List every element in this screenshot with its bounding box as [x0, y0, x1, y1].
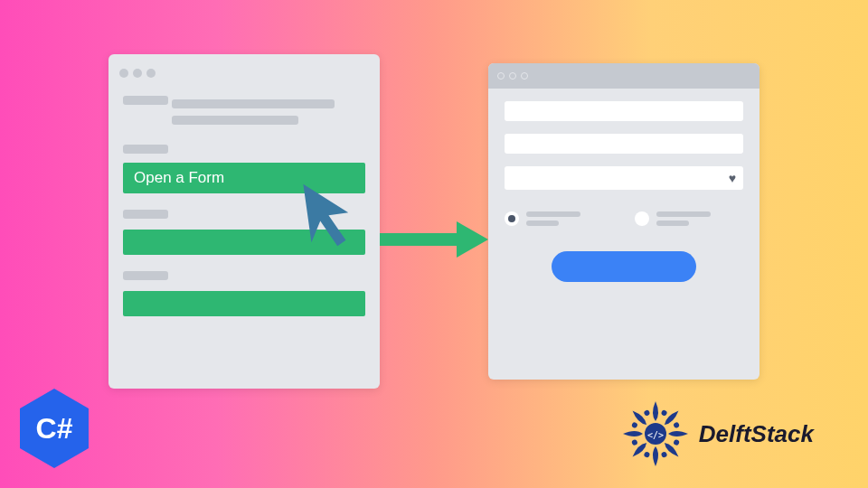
- svg-point-12: [643, 409, 650, 417]
- svg-point-9: [643, 451, 650, 458]
- menu-bar: [123, 291, 365, 316]
- control-icon: [521, 72, 528, 80]
- svg-point-5: [660, 409, 667, 417]
- dot-icon: [146, 69, 156, 78]
- svg-marker-1: [457, 221, 488, 258]
- svg-point-8: [660, 451, 667, 458]
- control-icon: [509, 72, 516, 80]
- label-line: [526, 221, 559, 226]
- cursor-icon: [298, 172, 362, 253]
- text-line: [123, 145, 168, 154]
- mandala-icon: </>: [619, 398, 692, 470]
- brand-name: DelftStack: [699, 420, 814, 448]
- svg-point-11: [631, 422, 638, 429]
- heart-icon: ♥: [729, 171, 736, 185]
- svg-text:</>: </>: [647, 430, 664, 440]
- dot-icon: [133, 69, 142, 78]
- svg-rect-0: [380, 233, 461, 246]
- csharp-badge: C#: [18, 387, 90, 470]
- text-input[interactable]: [505, 101, 743, 121]
- brand-logo: </>: [619, 398, 814, 470]
- text-line: [172, 99, 335, 108]
- text-line: [123, 210, 168, 219]
- text-line: [123, 271, 168, 280]
- window-titlebar: [488, 63, 760, 89]
- text-input[interactable]: [505, 134, 743, 154]
- submit-button[interactable]: [552, 251, 696, 282]
- label-line: [656, 221, 689, 226]
- control-icon: [497, 72, 505, 80]
- text-line: [123, 96, 168, 105]
- text-line: [172, 116, 298, 125]
- button-label: Open a Form: [134, 169, 224, 187]
- arrow-icon: [380, 217, 488, 262]
- window-controls: [108, 65, 380, 81]
- svg-marker-2: [303, 179, 353, 250]
- label-line: [526, 211, 580, 217]
- svg-point-10: [631, 439, 638, 446]
- radio-option[interactable]: [505, 211, 519, 226]
- svg-point-6: [673, 422, 680, 429]
- dot-icon: [119, 69, 128, 78]
- text-input[interactable]: ♥: [505, 166, 743, 190]
- svg-point-7: [673, 439, 680, 446]
- form-window: ♥: [488, 63, 760, 380]
- csharp-label: C#: [36, 412, 73, 446]
- radio-option[interactable]: [635, 211, 649, 226]
- label-line: [656, 211, 711, 217]
- radio-group: [488, 202, 760, 235]
